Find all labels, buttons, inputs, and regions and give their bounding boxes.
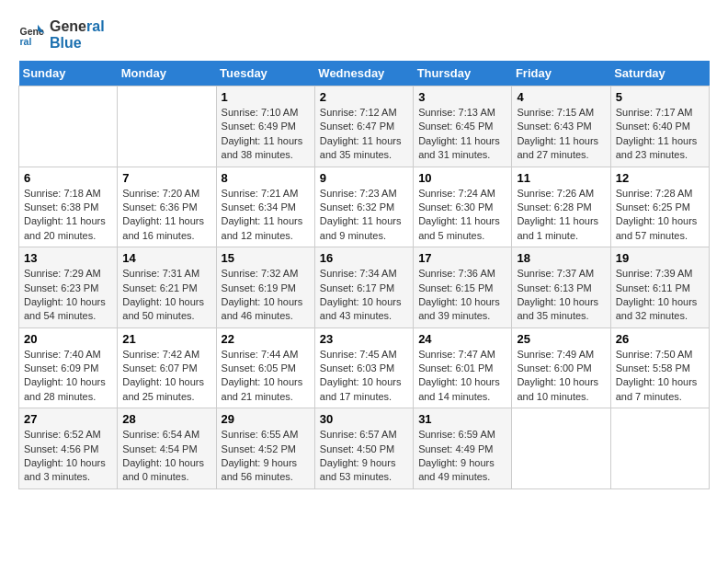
day-number: 22 <box>222 332 310 346</box>
day-info: Sunrise: 7:37 AMSunset: 6:13 PMDaylight:… <box>517 267 605 324</box>
calendar-table: SundayMondayTuesdayWednesdayThursdayFrid… <box>18 61 710 489</box>
day-info: Sunrise: 7:40 AMSunset: 6:09 PMDaylight:… <box>24 348 112 405</box>
weekday-friday: Friday <box>512 61 610 86</box>
day-number: 29 <box>222 412 310 426</box>
day-info: Sunrise: 7:31 AMSunset: 6:21 PMDaylight:… <box>122 267 210 324</box>
day-cell: 29Sunrise: 6:55 AMSunset: 4:52 PMDayligh… <box>216 408 314 489</box>
day-cell: 20Sunrise: 7:40 AMSunset: 6:09 PMDayligh… <box>19 327 118 408</box>
weekday-sunday: Sunday <box>19 61 118 86</box>
day-number: 30 <box>320 412 408 426</box>
day-cell <box>512 408 610 489</box>
day-info: Sunrise: 7:20 AMSunset: 6:36 PMDaylight:… <box>122 187 210 244</box>
day-cell: 16Sunrise: 7:34 AMSunset: 6:17 PMDayligh… <box>314 247 413 328</box>
weekday-saturday: Saturday <box>610 61 709 86</box>
day-cell: 19Sunrise: 7:39 AMSunset: 6:11 PMDayligh… <box>610 247 709 328</box>
day-info: Sunrise: 7:36 AMSunset: 6:15 PMDaylight:… <box>418 267 506 324</box>
day-info: Sunrise: 6:59 AMSunset: 4:49 PMDaylight:… <box>418 428 506 485</box>
day-cell <box>118 86 216 167</box>
day-cell: 3Sunrise: 7:13 AMSunset: 6:45 PMDaylight… <box>414 86 512 167</box>
day-cell: 5Sunrise: 7:17 AMSunset: 6:40 PMDaylight… <box>610 86 709 167</box>
day-cell: 24Sunrise: 7:47 AMSunset: 6:01 PMDayligh… <box>414 327 512 408</box>
weekday-header-row: SundayMondayTuesdayWednesdayThursdayFrid… <box>19 61 710 86</box>
day-cell: 30Sunrise: 6:57 AMSunset: 4:50 PMDayligh… <box>314 408 413 489</box>
day-info: Sunrise: 7:44 AMSunset: 6:05 PMDaylight:… <box>222 348 310 405</box>
day-number: 10 <box>418 171 506 185</box>
day-cell: 31Sunrise: 6:59 AMSunset: 4:49 PMDayligh… <box>414 408 512 489</box>
day-number: 2 <box>320 90 408 104</box>
day-cell: 22Sunrise: 7:44 AMSunset: 6:05 PMDayligh… <box>216 327 314 408</box>
week-row-3: 13Sunrise: 7:29 AMSunset: 6:23 PMDayligh… <box>19 247 710 328</box>
day-number: 21 <box>122 332 210 346</box>
day-cell: 4Sunrise: 7:15 AMSunset: 6:43 PMDaylight… <box>512 86 610 167</box>
day-number: 20 <box>24 332 112 346</box>
page-header: Gene ral General Blue <box>18 18 710 52</box>
day-info: Sunrise: 7:34 AMSunset: 6:17 PMDaylight:… <box>320 267 408 324</box>
logo-icon: Gene ral <box>18 21 46 49</box>
day-number: 17 <box>418 251 506 265</box>
day-info: Sunrise: 7:10 AMSunset: 6:49 PMDaylight:… <box>222 106 310 163</box>
day-cell <box>19 86 118 167</box>
day-number: 15 <box>222 251 310 265</box>
day-number: 6 <box>24 171 112 185</box>
week-row-1: 1Sunrise: 7:10 AMSunset: 6:49 PMDaylight… <box>19 86 710 167</box>
day-info: Sunrise: 7:17 AMSunset: 6:40 PMDaylight:… <box>616 106 704 163</box>
day-info: Sunrise: 6:57 AMSunset: 4:50 PMDaylight:… <box>320 428 408 485</box>
day-info: Sunrise: 7:24 AMSunset: 6:30 PMDaylight:… <box>418 187 506 244</box>
week-row-5: 27Sunrise: 6:52 AMSunset: 4:56 PMDayligh… <box>19 408 710 489</box>
day-info: Sunrise: 7:47 AMSunset: 6:01 PMDaylight:… <box>418 348 506 405</box>
day-cell: 2Sunrise: 7:12 AMSunset: 6:47 PMDaylight… <box>314 86 413 167</box>
day-info: Sunrise: 7:21 AMSunset: 6:34 PMDaylight:… <box>222 187 310 244</box>
day-cell: 28Sunrise: 6:54 AMSunset: 4:54 PMDayligh… <box>118 408 216 489</box>
day-cell: 12Sunrise: 7:28 AMSunset: 6:25 PMDayligh… <box>610 167 709 247</box>
day-cell: 8Sunrise: 7:21 AMSunset: 6:34 PMDaylight… <box>216 167 314 247</box>
day-number: 1 <box>222 90 310 104</box>
day-info: Sunrise: 7:15 AMSunset: 6:43 PMDaylight:… <box>517 106 605 163</box>
day-info: Sunrise: 7:50 AMSunset: 5:58 PMDaylight:… <box>616 348 704 405</box>
day-cell: 18Sunrise: 7:37 AMSunset: 6:13 PMDayligh… <box>512 247 610 328</box>
day-info: Sunrise: 7:39 AMSunset: 6:11 PMDaylight:… <box>616 267 704 324</box>
day-cell: 13Sunrise: 7:29 AMSunset: 6:23 PMDayligh… <box>19 247 118 328</box>
day-cell: 23Sunrise: 7:45 AMSunset: 6:03 PMDayligh… <box>314 327 413 408</box>
day-number: 11 <box>517 171 605 185</box>
logo: Gene ral General Blue <box>18 18 105 52</box>
day-cell: 10Sunrise: 7:24 AMSunset: 6:30 PMDayligh… <box>414 167 512 247</box>
day-cell: 7Sunrise: 7:20 AMSunset: 6:36 PMDaylight… <box>118 167 216 247</box>
svg-text:ral: ral <box>20 36 32 47</box>
day-cell <box>610 408 709 489</box>
day-info: Sunrise: 7:32 AMSunset: 6:19 PMDaylight:… <box>222 267 310 324</box>
day-info: Sunrise: 7:45 AMSunset: 6:03 PMDaylight:… <box>320 348 408 405</box>
day-number: 18 <box>517 251 605 265</box>
weekday-tuesday: Tuesday <box>216 61 314 86</box>
week-row-2: 6Sunrise: 7:18 AMSunset: 6:38 PMDaylight… <box>19 167 710 247</box>
day-number: 31 <box>418 412 506 426</box>
day-cell: 15Sunrise: 7:32 AMSunset: 6:19 PMDayligh… <box>216 247 314 328</box>
day-number: 8 <box>222 171 310 185</box>
day-info: Sunrise: 7:28 AMSunset: 6:25 PMDaylight:… <box>616 187 704 244</box>
day-number: 24 <box>418 332 506 346</box>
day-cell: 9Sunrise: 7:23 AMSunset: 6:32 PMDaylight… <box>314 167 413 247</box>
day-cell: 27Sunrise: 6:52 AMSunset: 4:56 PMDayligh… <box>19 408 118 489</box>
logo-text: General Blue <box>50 18 105 52</box>
day-cell: 17Sunrise: 7:36 AMSunset: 6:15 PMDayligh… <box>414 247 512 328</box>
day-info: Sunrise: 7:18 AMSunset: 6:38 PMDaylight:… <box>24 187 112 244</box>
day-number: 9 <box>320 171 408 185</box>
day-number: 7 <box>122 171 210 185</box>
day-info: Sunrise: 6:52 AMSunset: 4:56 PMDaylight:… <box>24 428 112 485</box>
day-number: 26 <box>616 332 704 346</box>
day-info: Sunrise: 7:23 AMSunset: 6:32 PMDaylight:… <box>320 187 408 244</box>
day-info: Sunrise: 6:55 AMSunset: 4:52 PMDaylight:… <box>222 428 310 485</box>
day-number: 12 <box>616 171 704 185</box>
weekday-wednesday: Wednesday <box>314 61 413 86</box>
week-row-4: 20Sunrise: 7:40 AMSunset: 6:09 PMDayligh… <box>19 327 710 408</box>
day-cell: 25Sunrise: 7:49 AMSunset: 6:00 PMDayligh… <box>512 327 610 408</box>
day-number: 3 <box>418 90 506 104</box>
day-info: Sunrise: 6:54 AMSunset: 4:54 PMDaylight:… <box>122 428 210 485</box>
day-info: Sunrise: 7:49 AMSunset: 6:00 PMDaylight:… <box>517 348 605 405</box>
day-cell: 14Sunrise: 7:31 AMSunset: 6:21 PMDayligh… <box>118 247 216 328</box>
day-number: 13 <box>24 251 112 265</box>
day-number: 25 <box>517 332 605 346</box>
day-number: 23 <box>320 332 408 346</box>
weekday-thursday: Thursday <box>414 61 512 86</box>
day-number: 28 <box>122 412 210 426</box>
day-number: 16 <box>320 251 408 265</box>
